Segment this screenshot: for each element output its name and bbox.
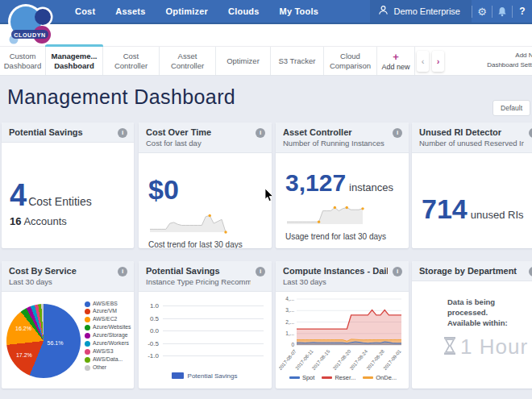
menu-item-assets[interactable]: Assets <box>115 6 145 16</box>
legend-swatch <box>289 376 300 379</box>
card-subtitle: Last 30 days <box>283 277 388 286</box>
legend-item: AWS/EBS <box>85 301 131 307</box>
info-icon[interactable]: i <box>256 128 265 138</box>
card-title: Compute Instances - Daily Trend <box>283 266 388 276</box>
gridline <box>163 305 264 306</box>
legend-item-reserved[interactable]: Reser... <box>322 374 355 381</box>
tab-s3-tracker[interactable]: S3 Tracker <box>271 47 324 75</box>
instances-unit: instances <box>349 181 393 193</box>
tab-asset-controller[interactable]: Asset Controller <box>160 47 216 75</box>
svg-text:2017-08-15: 2017-08-15 <box>311 348 331 371</box>
usage-trend-sparkline <box>285 203 399 229</box>
card-subtitle: Number of unused Reserved Instances <box>419 139 524 148</box>
legend-swatch <box>85 317 90 322</box>
card-subtitle: Last 30 days <box>9 277 113 286</box>
info-icon[interactable]: i <box>393 128 402 138</box>
card-cost-by-service: Cost By Service Last 30 days i 56.1% 17.… <box>2 261 134 389</box>
y-axis-tick: -1.0 <box>145 352 163 360</box>
top-navigation-bar: Cost Assets Optimizer Clouds My Tools De… <box>0 0 532 24</box>
compute-instances-chart: 01,...2,...3,...4,...2017-08-072017-08-1… <box>279 295 406 372</box>
y-axis-tick: 1.0 <box>145 302 163 310</box>
svg-text:4,...: 4,... <box>285 296 294 301</box>
legend-swatch <box>85 301 90 307</box>
potential-savings-legend[interactable]: Potential Savings <box>145 372 264 380</box>
page-title: Management Dashboard <box>7 85 235 109</box>
gridline <box>163 318 264 319</box>
cost-trend-sparkline <box>148 211 262 237</box>
card-compute-instances-daily-trend: Compute Instances - Daily Trend Last 30 … <box>276 261 409 389</box>
cloudyn-logo[interactable]: CLOUDYN <box>4 1 54 48</box>
card-header: Potential Savings Instance Type Pricing … <box>139 261 272 292</box>
card-body: 4 Cost Entities 16 Accounts <box>2 143 134 227</box>
gear-icon[interactable]: ⚙ <box>472 0 492 23</box>
hourglass-icon <box>443 336 457 359</box>
info-icon[interactable]: i <box>118 128 127 138</box>
card-unused-ri-detector: Unused RI Detector Number of unused Rese… <box>412 123 532 248</box>
card-storage-by-department: Storage by Department i Data is being pr… <box>412 261 532 389</box>
menu-item-optimizer[interactable]: Optimizer <box>166 6 209 16</box>
legend-label: OnDe... <box>376 374 397 381</box>
card-body: 1.00.50.0-0.5-1.0 Potential Savings <box>139 292 272 380</box>
legend-swatch <box>322 376 332 379</box>
menu-item-my-tools[interactable]: My Tools <box>280 6 318 16</box>
add-new-dashboard-button[interactable]: + Add new <box>377 47 415 75</box>
card-body: 3,127 instances Usage trend for last 30 … <box>276 153 409 241</box>
info-icon[interactable]: i <box>393 267 402 276</box>
legend-label: AWS/EC2 <box>93 316 131 322</box>
tab-cost-controller[interactable]: Cost Controller <box>103 47 160 75</box>
tab-optimizer[interactable]: Optimizer <box>216 47 271 75</box>
gridline <box>163 355 264 356</box>
bell-icon[interactable] <box>493 0 512 23</box>
legend-label: Azure/Websites <box>93 324 131 330</box>
logo-text: CLOUDYN <box>14 31 46 39</box>
tab-custom-dashboard[interactable]: Custom Dashboard <box>0 47 46 75</box>
availability-row: 1 Hour <box>443 335 532 360</box>
availability-value: 1 Hour <box>460 335 528 360</box>
svg-text:1,...: 1,... <box>285 330 294 336</box>
gridline <box>163 330 264 331</box>
info-icon[interactable]: i <box>256 267 265 276</box>
menu-item-cost[interactable]: Cost <box>75 6 95 16</box>
tab-cloud-comparison[interactable]: Cloud Comparison <box>324 47 377 75</box>
card-body: $0 Cost trend for last 30 days <box>139 153 272 248</box>
instances-value: 3,127 <box>285 171 346 195</box>
tab-management-dashboard[interactable]: Manageme... Dashboard <box>46 47 103 75</box>
processing-message: Data is being processed. Available withi… <box>447 297 522 328</box>
default-button[interactable]: Default <box>493 100 530 116</box>
info-icon[interactable]: i <box>118 267 127 276</box>
legend-label: AWS/EBS <box>93 301 131 307</box>
legend-item-ondemand[interactable]: OnDe... <box>363 374 397 381</box>
y-axis-tick: 0.5 <box>145 315 163 322</box>
card-title: Asset Controller <box>283 127 388 137</box>
card-body: 56.1% 17.2% 16.2% AWS/EBS Azure/VM AWS/E… <box>2 292 134 378</box>
accounts-value: 16 <box>10 215 21 227</box>
user-account-button[interactable]: Demo Enterprise <box>370 0 472 23</box>
legend-swatch <box>172 372 184 379</box>
help-icon[interactable]: ? <box>513 0 532 23</box>
unused-ri-value: 714 <box>422 195 468 222</box>
menu-item-clouds[interactable]: Clouds <box>228 6 259 16</box>
accounts-metric: 16 Accounts <box>10 215 126 227</box>
card-header: Compute Instances - Daily Trend Last 30 … <box>276 261 409 292</box>
person-icon <box>378 4 389 19</box>
legend-label: Azure/Workers <box>93 340 131 347</box>
axis-row: 0.0 <box>145 325 264 338</box>
legend-item: Azure/VM <box>85 308 131 314</box>
legend-swatch <box>85 341 90 347</box>
legend-swatch <box>363 376 373 379</box>
card-title: Cost By Service <box>9 266 113 276</box>
dashboard-settings-menu[interactable]: Add Ne Dashboard Settin <box>487 51 532 70</box>
card-asset-controller: Asset Controller Number of Running Insta… <box>276 123 409 248</box>
info-icon[interactable]: i <box>529 128 532 138</box>
legend-label: Other <box>93 364 131 371</box>
legend-item: Azure/Storage <box>85 332 131 339</box>
tabs-scroll-left-button[interactable]: ‹ <box>417 51 429 72</box>
tabs-scroll-right-button[interactable]: › <box>432 51 444 72</box>
title-bar: Management Dashboard Default <box>0 81 532 119</box>
legend-item-spot[interactable]: Spot <box>289 374 314 381</box>
legend-label: Reser... <box>335 374 355 381</box>
card-subtitle: Number of Running Instances <box>283 139 388 148</box>
compute-chart-legend: Spot Reser... OnDe... <box>279 374 407 381</box>
info-icon[interactable]: i <box>529 267 532 276</box>
legend-swatch <box>85 365 90 371</box>
